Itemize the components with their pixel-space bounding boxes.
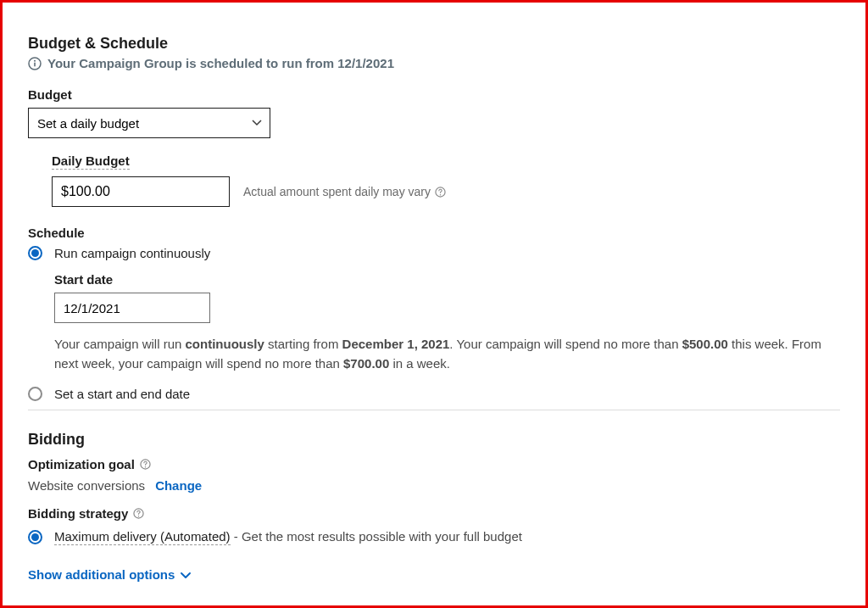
chevron-down-icon	[180, 569, 192, 581]
bidding-title: Bidding	[28, 431, 840, 449]
radio-start-end-date-label: Set a start and end date	[54, 387, 190, 401]
schedule-note: Your campaign will run continuously star…	[54, 335, 834, 373]
schedule-banner: Your Campaign Group is scheduled to run …	[28, 56, 840, 70]
start-date-label: Start date	[54, 272, 840, 287]
info-icon	[28, 57, 42, 70]
budget-type-select-value: Set a daily budget	[37, 116, 139, 131]
svg-point-1	[34, 59, 36, 61]
daily-budget-input[interactable]	[52, 176, 230, 207]
svg-point-4	[440, 193, 441, 194]
divider	[28, 410, 840, 410]
bidding-strategy-label: Bidding strategy	[28, 506, 840, 521]
bidding-strategy-text: Maximum delivery (Automated) - Get the m…	[54, 529, 522, 545]
radio-run-continuously-label: Run campaign continuously	[54, 246, 210, 260]
daily-budget-helper: Actual amount spent daily may vary	[243, 185, 446, 198]
start-date-input[interactable]	[54, 293, 210, 323]
radio-start-end-date[interactable]	[28, 387, 42, 401]
schedule-label: Schedule	[28, 226, 840, 240]
help-icon[interactable]	[140, 459, 151, 470]
budget-schedule-panel: Budget & Schedule Your Campaign Group is…	[0, 0, 868, 608]
svg-point-6	[145, 466, 146, 467]
svg-rect-2	[34, 62, 36, 66]
help-icon[interactable]	[435, 187, 446, 198]
section-title: Budget & Schedule	[28, 35, 840, 53]
optimization-goal-label: Optimization goal	[28, 457, 840, 471]
optimization-goal-value: Website conversions	[28, 478, 145, 493]
change-optimization-link[interactable]: Change	[155, 478, 202, 493]
daily-budget-label: Daily Budget	[52, 153, 840, 170]
radio-max-delivery[interactable]	[28, 530, 42, 544]
banner-text: Your Campaign Group is scheduled to run …	[47, 56, 394, 70]
bidding-strategy-desc: - Get the most results possible with you…	[231, 529, 522, 544]
budget-type-select[interactable]: Set a daily budget	[28, 108, 270, 138]
help-icon[interactable]	[133, 508, 144, 519]
bidding-strategy-name: Maximum delivery (Automated)	[54, 529, 231, 545]
daily-budget-block: Daily Budget Actual amount spent daily m…	[28, 153, 840, 207]
radio-run-continuously[interactable]	[28, 246, 42, 260]
budget-label: Budget	[28, 87, 840, 102]
show-additional-options[interactable]: Show additional options	[28, 567, 192, 582]
svg-point-8	[138, 516, 139, 516]
